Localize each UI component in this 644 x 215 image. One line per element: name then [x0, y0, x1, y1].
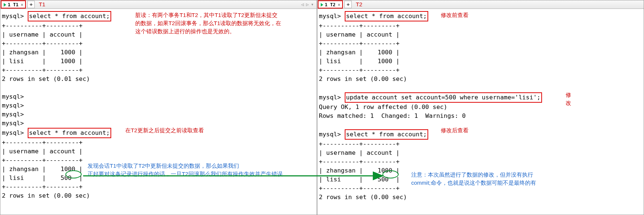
anno-q1: 修改前查看 — [441, 11, 468, 19]
update-res2: Rows matched: 1 Changed: 1 Warnings: 0 — [319, 112, 466, 119]
t2-row2-pre: | lisi | — [2, 174, 61, 181]
prompt: mysql> — [2, 120, 24, 127]
anno-bottom: 发现会话T1中读取了T2中更新但未提交的数据，那么如果我们 正好要对这条记录进行… — [88, 162, 317, 178]
t2-border: +----------+---------+ — [2, 157, 83, 164]
prompt: mysql> — [319, 131, 341, 138]
t1-border: +----------+---------+ — [319, 22, 400, 29]
t2-row2-val: 500 — [61, 174, 72, 181]
anno-q2: 修改后查看 — [441, 126, 468, 134]
t1-border: +----------+---------+ — [319, 40, 400, 47]
close-icon[interactable]: × — [21, 2, 23, 7]
prompt: mysql> — [2, 102, 24, 109]
t2-header: | username | account | — [319, 149, 400, 156]
t1-footer: 2 rows in set (0.00 sec) — [319, 75, 407, 82]
t1-border: +----------+---------+ — [2, 40, 83, 47]
tab-ext-label-t1: T1 — [39, 1, 45, 7]
t1-border: +----------+---------+ — [319, 66, 400, 74]
t2-row1: | zhangsan | 1000 | — [319, 167, 400, 174]
t2-border: +----------+---------+ — [319, 185, 400, 192]
tab-bar-left: 1 T1 × + T1 ◁ ▷ ▾ — [0, 0, 317, 9]
prompt: mysql> — [2, 13, 24, 20]
tab-ext-label-t2: T2 — [356, 1, 362, 7]
prompt: mysql> — [2, 93, 24, 100]
terminal-right[interactable]: mysql> select * from account; +---------… — [317, 9, 644, 215]
close-icon[interactable]: × — [338, 2, 340, 7]
t2-border: +----------+---------+ — [2, 183, 83, 190]
update-res1: Query OK, 1 row affected (0.00 sec) — [319, 103, 447, 110]
t1-border: +----------+---------+ — [2, 66, 83, 74]
arrow-left-icon[interactable]: ◁ — [301, 2, 304, 7]
run-icon — [321, 3, 323, 7]
t1-row1: | zhangsan | 1000 | — [319, 49, 400, 56]
pane-left-t1: 1 T1 × + T1 ◁ ▷ ▾ mysql> select * from a… — [0, 0, 317, 215]
query2-box: select * from account; — [345, 129, 429, 140]
t2-row2-val: 500 — [378, 176, 389, 183]
anno-mid: 在T2更新之后提交之前读取查看 — [125, 126, 204, 134]
tab-t1[interactable]: 1 T1 × — [1, 0, 26, 8]
t1-header: | username | account | — [319, 31, 400, 38]
query1-box: select * from account; — [345, 11, 429, 21]
t2-row2-post: | — [389, 176, 400, 183]
query1-box: select * from account; — [28, 11, 112, 21]
terminal-left[interactable]: mysql> select * from account; +---------… — [0, 9, 317, 215]
t1-row2: | lisi | 1000 | — [319, 58, 400, 65]
t2-row2-post: | — [72, 174, 83, 181]
t2-border: +----------+---------+ — [2, 139, 83, 146]
t1-row2: | lisi | 1000 | — [2, 58, 83, 65]
t1-border: +----------+---------+ — [2, 22, 83, 29]
prompt: mysql> — [319, 94, 341, 101]
t1-header: | username | account | — [2, 31, 83, 38]
run-icon — [4, 3, 6, 7]
prompt: mysql> — [2, 111, 24, 118]
tab-label: 1 T1 — [8, 2, 18, 7]
prompt: mysql> — [2, 129, 24, 136]
t2-row1: | zhangsan | 1000 | — [2, 165, 83, 173]
t2-header: | username | account | — [2, 148, 83, 155]
dropdown-icon[interactable]: ▾ — [311, 2, 314, 7]
t1-row1: | zhangsan | 1000 | — [2, 49, 83, 56]
tab-bar-right: 1 T2 × + T2 — [317, 0, 644, 9]
t2-border: +----------+---------+ — [319, 158, 400, 165]
add-tab-button[interactable]: + — [344, 1, 352, 8]
t2-border: +----------+---------+ — [319, 140, 400, 147]
tab-t2[interactable]: 1 T2 × — [318, 0, 343, 8]
update-stmt-box: update account set account=500 where use… — [345, 92, 542, 103]
t2-row2-pre: | lisi | — [319, 176, 378, 183]
add-tab-button[interactable]: + — [27, 1, 35, 8]
t2-footer: 2 rows in set (0.00 sec) — [319, 194, 407, 201]
arrow-right-icon[interactable]: ▷ — [306, 2, 309, 7]
anno-note: 注意：本次虽然进行了数据的修改，但并没有执行 commit;命令，也就是说这个数… — [411, 171, 570, 187]
pane-right-t2: 1 T2 × + T2 mysql> select * from account… — [317, 0, 644, 215]
anno-dirty-read: 脏读：有两个事务T1和T2，其中T1读取了T2更新但未提交 的数据，如果T2回滚… — [135, 11, 313, 35]
query2-box: select * from account; — [28, 128, 112, 138]
t1-footer: 2 rows in set (0.01 sec) — [2, 75, 90, 82]
nav-arrows: ◁ ▷ ▾ — [301, 2, 317, 7]
t2-footer: 2 rows in set (0.00 sec) — [2, 192, 90, 199]
anno-update: 修 改 — [566, 91, 573, 107]
tab-label: 1 T2 — [325, 2, 335, 7]
prompt: mysql> — [319, 13, 341, 20]
